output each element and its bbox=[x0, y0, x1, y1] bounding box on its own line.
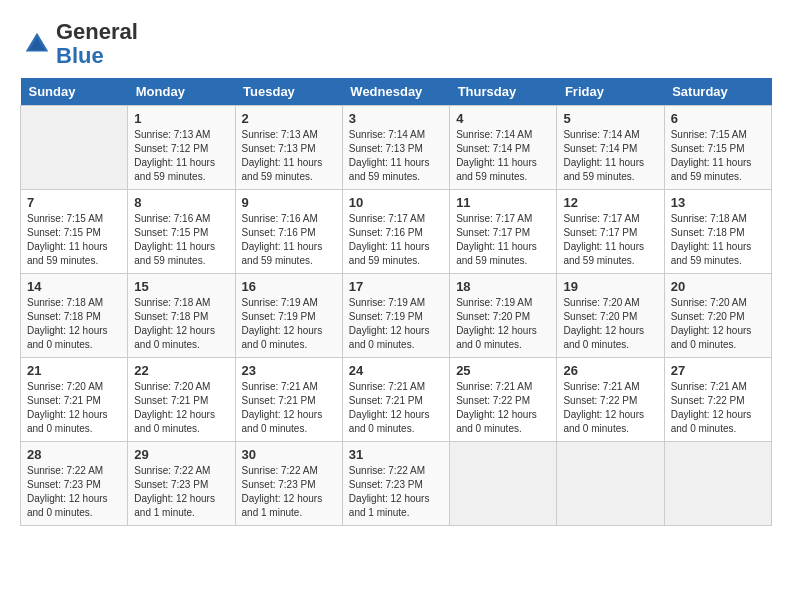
day-info: Sunrise: 7:22 AM Sunset: 7:23 PM Dayligh… bbox=[134, 464, 228, 520]
calendar-cell: 12Sunrise: 7:17 AM Sunset: 7:17 PM Dayli… bbox=[557, 190, 664, 274]
header-day: Thursday bbox=[450, 78, 557, 106]
day-info: Sunrise: 7:14 AM Sunset: 7:14 PM Dayligh… bbox=[563, 128, 657, 184]
calendar-cell: 7Sunrise: 7:15 AM Sunset: 7:15 PM Daylig… bbox=[21, 190, 128, 274]
day-info: Sunrise: 7:22 AM Sunset: 7:23 PM Dayligh… bbox=[349, 464, 443, 520]
day-info: Sunrise: 7:22 AM Sunset: 7:23 PM Dayligh… bbox=[242, 464, 336, 520]
calendar-header: SundayMondayTuesdayWednesdayThursdayFrid… bbox=[21, 78, 772, 106]
day-info: Sunrise: 7:16 AM Sunset: 7:16 PM Dayligh… bbox=[242, 212, 336, 268]
header-day: Wednesday bbox=[342, 78, 449, 106]
day-number: 1 bbox=[134, 111, 228, 126]
calendar-cell: 29Sunrise: 7:22 AM Sunset: 7:23 PM Dayli… bbox=[128, 442, 235, 526]
day-number: 4 bbox=[456, 111, 550, 126]
calendar-cell bbox=[557, 442, 664, 526]
calendar-cell: 16Sunrise: 7:19 AM Sunset: 7:19 PM Dayli… bbox=[235, 274, 342, 358]
header-row: SundayMondayTuesdayWednesdayThursdayFrid… bbox=[21, 78, 772, 106]
day-info: Sunrise: 7:15 AM Sunset: 7:15 PM Dayligh… bbox=[27, 212, 121, 268]
day-info: Sunrise: 7:20 AM Sunset: 7:20 PM Dayligh… bbox=[671, 296, 765, 352]
day-info: Sunrise: 7:18 AM Sunset: 7:18 PM Dayligh… bbox=[134, 296, 228, 352]
calendar-cell: 4Sunrise: 7:14 AM Sunset: 7:14 PM Daylig… bbox=[450, 106, 557, 190]
day-number: 24 bbox=[349, 363, 443, 378]
day-number: 2 bbox=[242, 111, 336, 126]
day-info: Sunrise: 7:19 AM Sunset: 7:19 PM Dayligh… bbox=[349, 296, 443, 352]
calendar-week-row: 1Sunrise: 7:13 AM Sunset: 7:12 PM Daylig… bbox=[21, 106, 772, 190]
day-info: Sunrise: 7:17 AM Sunset: 7:17 PM Dayligh… bbox=[563, 212, 657, 268]
calendar-week-row: 21Sunrise: 7:20 AM Sunset: 7:21 PM Dayli… bbox=[21, 358, 772, 442]
day-number: 10 bbox=[349, 195, 443, 210]
calendar-cell: 3Sunrise: 7:14 AM Sunset: 7:13 PM Daylig… bbox=[342, 106, 449, 190]
day-info: Sunrise: 7:20 AM Sunset: 7:21 PM Dayligh… bbox=[27, 380, 121, 436]
calendar-cell bbox=[21, 106, 128, 190]
day-number: 12 bbox=[563, 195, 657, 210]
day-info: Sunrise: 7:22 AM Sunset: 7:23 PM Dayligh… bbox=[27, 464, 121, 520]
day-number: 27 bbox=[671, 363, 765, 378]
day-info: Sunrise: 7:16 AM Sunset: 7:15 PM Dayligh… bbox=[134, 212, 228, 268]
calendar-cell: 27Sunrise: 7:21 AM Sunset: 7:22 PM Dayli… bbox=[664, 358, 771, 442]
day-info: Sunrise: 7:21 AM Sunset: 7:21 PM Dayligh… bbox=[349, 380, 443, 436]
day-info: Sunrise: 7:21 AM Sunset: 7:21 PM Dayligh… bbox=[242, 380, 336, 436]
logo-text: General Blue bbox=[56, 20, 138, 68]
day-number: 9 bbox=[242, 195, 336, 210]
calendar-cell: 2Sunrise: 7:13 AM Sunset: 7:13 PM Daylig… bbox=[235, 106, 342, 190]
calendar-cell: 5Sunrise: 7:14 AM Sunset: 7:14 PM Daylig… bbox=[557, 106, 664, 190]
day-info: Sunrise: 7:19 AM Sunset: 7:20 PM Dayligh… bbox=[456, 296, 550, 352]
day-info: Sunrise: 7:14 AM Sunset: 7:14 PM Dayligh… bbox=[456, 128, 550, 184]
day-number: 19 bbox=[563, 279, 657, 294]
day-info: Sunrise: 7:15 AM Sunset: 7:15 PM Dayligh… bbox=[671, 128, 765, 184]
calendar-week-row: 28Sunrise: 7:22 AM Sunset: 7:23 PM Dayli… bbox=[21, 442, 772, 526]
day-number: 11 bbox=[456, 195, 550, 210]
day-info: Sunrise: 7:21 AM Sunset: 7:22 PM Dayligh… bbox=[671, 380, 765, 436]
day-info: Sunrise: 7:13 AM Sunset: 7:12 PM Dayligh… bbox=[134, 128, 228, 184]
header-day: Tuesday bbox=[235, 78, 342, 106]
day-number: 30 bbox=[242, 447, 336, 462]
calendar-cell: 24Sunrise: 7:21 AM Sunset: 7:21 PM Dayli… bbox=[342, 358, 449, 442]
logo-icon bbox=[22, 29, 52, 59]
day-number: 5 bbox=[563, 111, 657, 126]
day-number: 17 bbox=[349, 279, 443, 294]
calendar-cell bbox=[450, 442, 557, 526]
day-number: 15 bbox=[134, 279, 228, 294]
header-day: Sunday bbox=[21, 78, 128, 106]
day-number: 26 bbox=[563, 363, 657, 378]
calendar-cell: 14Sunrise: 7:18 AM Sunset: 7:18 PM Dayli… bbox=[21, 274, 128, 358]
calendar-week-row: 14Sunrise: 7:18 AM Sunset: 7:18 PM Dayli… bbox=[21, 274, 772, 358]
day-number: 25 bbox=[456, 363, 550, 378]
day-number: 20 bbox=[671, 279, 765, 294]
calendar-cell: 6Sunrise: 7:15 AM Sunset: 7:15 PM Daylig… bbox=[664, 106, 771, 190]
day-info: Sunrise: 7:21 AM Sunset: 7:22 PM Dayligh… bbox=[563, 380, 657, 436]
calendar-cell: 31Sunrise: 7:22 AM Sunset: 7:23 PM Dayli… bbox=[342, 442, 449, 526]
day-info: Sunrise: 7:14 AM Sunset: 7:13 PM Dayligh… bbox=[349, 128, 443, 184]
calendar-body: 1Sunrise: 7:13 AM Sunset: 7:12 PM Daylig… bbox=[21, 106, 772, 526]
calendar-cell: 17Sunrise: 7:19 AM Sunset: 7:19 PM Dayli… bbox=[342, 274, 449, 358]
header-day: Monday bbox=[128, 78, 235, 106]
calendar-cell: 21Sunrise: 7:20 AM Sunset: 7:21 PM Dayli… bbox=[21, 358, 128, 442]
day-info: Sunrise: 7:19 AM Sunset: 7:19 PM Dayligh… bbox=[242, 296, 336, 352]
day-number: 14 bbox=[27, 279, 121, 294]
day-info: Sunrise: 7:17 AM Sunset: 7:17 PM Dayligh… bbox=[456, 212, 550, 268]
calendar-cell: 26Sunrise: 7:21 AM Sunset: 7:22 PM Dayli… bbox=[557, 358, 664, 442]
calendar-cell: 13Sunrise: 7:18 AM Sunset: 7:18 PM Dayli… bbox=[664, 190, 771, 274]
day-info: Sunrise: 7:18 AM Sunset: 7:18 PM Dayligh… bbox=[671, 212, 765, 268]
day-number: 6 bbox=[671, 111, 765, 126]
calendar-cell: 8Sunrise: 7:16 AM Sunset: 7:15 PM Daylig… bbox=[128, 190, 235, 274]
day-number: 23 bbox=[242, 363, 336, 378]
calendar-cell: 30Sunrise: 7:22 AM Sunset: 7:23 PM Dayli… bbox=[235, 442, 342, 526]
day-number: 7 bbox=[27, 195, 121, 210]
calendar-cell: 11Sunrise: 7:17 AM Sunset: 7:17 PM Dayli… bbox=[450, 190, 557, 274]
page-header: General Blue bbox=[20, 20, 772, 68]
day-number: 8 bbox=[134, 195, 228, 210]
calendar-cell: 15Sunrise: 7:18 AM Sunset: 7:18 PM Dayli… bbox=[128, 274, 235, 358]
calendar-cell: 1Sunrise: 7:13 AM Sunset: 7:12 PM Daylig… bbox=[128, 106, 235, 190]
calendar-cell: 22Sunrise: 7:20 AM Sunset: 7:21 PM Dayli… bbox=[128, 358, 235, 442]
day-number: 22 bbox=[134, 363, 228, 378]
day-number: 16 bbox=[242, 279, 336, 294]
day-info: Sunrise: 7:20 AM Sunset: 7:20 PM Dayligh… bbox=[563, 296, 657, 352]
calendar-cell bbox=[664, 442, 771, 526]
calendar-cell: 25Sunrise: 7:21 AM Sunset: 7:22 PM Dayli… bbox=[450, 358, 557, 442]
calendar-table: SundayMondayTuesdayWednesdayThursdayFrid… bbox=[20, 78, 772, 526]
day-number: 18 bbox=[456, 279, 550, 294]
header-day: Friday bbox=[557, 78, 664, 106]
day-number: 28 bbox=[27, 447, 121, 462]
day-number: 31 bbox=[349, 447, 443, 462]
calendar-cell: 20Sunrise: 7:20 AM Sunset: 7:20 PM Dayli… bbox=[664, 274, 771, 358]
header-day: Saturday bbox=[664, 78, 771, 106]
